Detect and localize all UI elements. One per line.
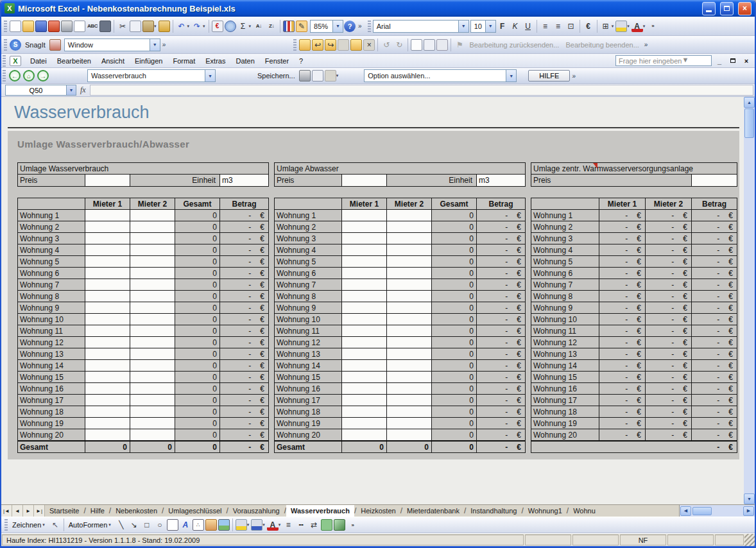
table-cell[interactable]: 0 — [432, 221, 477, 232]
permission-icon[interactable] — [48, 21, 60, 32]
row-label-cell[interactable]: Wohnung 3 — [531, 233, 599, 244]
table-cell[interactable] — [387, 406, 432, 417]
new-icon[interactable] — [10, 21, 21, 32]
send-back-review-button[interactable]: Bearbeitung zurücksenden... — [466, 40, 562, 50]
table-cell[interactable]: 0 — [175, 429, 220, 440]
table-cell[interactable] — [85, 256, 130, 267]
formula-input[interactable] — [90, 85, 753, 96]
row-label-cell[interactable]: Wohnung 4 — [275, 244, 342, 255]
row-label-cell[interactable]: Wohnung 15 — [275, 372, 342, 382]
table-cell[interactable]: -€ — [599, 244, 646, 255]
total-label-cell[interactable]: Gesamt — [275, 441, 342, 452]
table-cell[interactable]: -€ — [220, 244, 268, 255]
table-cell[interactable]: -€ — [220, 314, 268, 325]
table-cell[interactable] — [342, 348, 387, 359]
table-cell[interactable]: -€ — [692, 383, 737, 394]
fill-color-icon[interactable] — [236, 519, 247, 531]
table-cell[interactable]: -€ — [220, 406, 268, 417]
table-cell[interactable] — [342, 302, 387, 313]
table-cell[interactable]: -€ — [692, 418, 737, 429]
table-cell[interactable]: -€ — [220, 372, 268, 382]
row-label-cell[interactable]: Wohnung 15 — [18, 372, 85, 382]
row-label-cell[interactable]: Wohnung 16 — [531, 383, 599, 394]
window-restore-button[interactable] — [727, 56, 739, 66]
column-header-cell[interactable]: Mieter 1 — [599, 198, 646, 209]
table-cell[interactable]: -€ — [646, 268, 692, 278]
table-cell[interactable] — [342, 314, 387, 325]
table-cell[interactable] — [130, 268, 175, 278]
row-label-cell[interactable]: Wohnung 3 — [18, 233, 85, 244]
row-label-cell[interactable]: Wohnung 14 — [275, 360, 342, 371]
column-header-cell[interactable]: Mieter 2 — [130, 198, 175, 209]
table-cell[interactable]: -€ — [599, 279, 646, 290]
table-cell[interactable]: -€ — [646, 348, 692, 359]
table-cell[interactable] — [85, 325, 130, 336]
table-cell[interactable]: 0 — [175, 233, 220, 244]
tab-next-button[interactable]: ► — [23, 505, 34, 517]
open-icon[interactable] — [22, 21, 34, 32]
table-cell[interactable]: -€ — [646, 279, 692, 290]
line-icon[interactable]: ╲ — [116, 519, 127, 531]
table-cell[interactable]: -€ — [477, 429, 525, 440]
table-cell[interactable]: 0 — [432, 360, 477, 371]
window-minimize-button[interactable]: _ — [714, 56, 725, 66]
table-cell[interactable]: 0 — [432, 210, 477, 221]
table-cell[interactable]: 0 — [432, 395, 477, 406]
table-cell[interactable] — [85, 233, 130, 244]
row-label-cell[interactable]: Wohnung 20 — [531, 429, 599, 440]
horizontal-scrollbar-thumb[interactable] — [692, 507, 712, 515]
table-cell[interactable]: -€ — [220, 302, 268, 313]
table-cell[interactable]: 0 — [175, 256, 220, 267]
table-cell[interactable] — [85, 429, 130, 440]
table-cell[interactable] — [387, 337, 432, 348]
table-cell[interactable]: -€ — [646, 360, 692, 371]
table-cell[interactable] — [342, 383, 387, 394]
row-label-cell[interactable]: Wohnung 12 — [531, 337, 599, 348]
table-cell[interactable]: 0 — [175, 337, 220, 348]
row-label-cell[interactable]: Wohnung 7 — [275, 279, 342, 290]
row-label-cell[interactable]: Wohnung 18 — [531, 406, 599, 417]
folder-back-icon[interactable]: ↩ — [312, 39, 323, 51]
row-label-cell[interactable]: Wohnung 19 — [531, 418, 599, 429]
hilfe-button[interactable]: HILFE — [528, 70, 570, 81]
table-cell[interactable]: -€ — [220, 395, 268, 406]
table-cell[interactable]: -€ — [477, 210, 525, 221]
paste-icon-dropdown[interactable]: ▾ — [154, 24, 157, 29]
merge-center-icon[interactable]: ⊡ — [565, 21, 577, 32]
table-cell[interactable]: -€ — [477, 314, 525, 325]
help-icon[interactable]: ? — [344, 21, 356, 32]
table-cell[interactable]: -€ — [692, 279, 737, 290]
menu-item-fenster[interactable]: Fenster — [260, 55, 294, 67]
row-label-cell[interactable]: Wohnung 11 — [18, 325, 85, 336]
paste-dropdown[interactable]: ▾ — [336, 73, 339, 78]
sheet-tab-hilfe[interactable]: Hilfe — [86, 505, 109, 517]
table-cell[interactable]: -€ — [477, 325, 525, 336]
textbox-icon[interactable] — [167, 519, 178, 531]
table-cell[interactable]: -€ — [477, 395, 525, 406]
row-label-cell[interactable]: Wohnung 3 — [275, 233, 342, 244]
table-cell[interactable] — [342, 429, 387, 440]
table-cell[interactable] — [342, 360, 387, 371]
table-cell[interactable]: 0 — [175, 210, 220, 221]
snagit-capture-button[interactable] — [49, 39, 61, 51]
row-label-cell[interactable]: Wohnung 2 — [18, 221, 85, 232]
table-cell[interactable] — [387, 244, 432, 255]
table-cell[interactable]: 0 — [432, 383, 477, 394]
toolbar-options-icon[interactable]: » — [358, 22, 362, 30]
table-cell[interactable] — [387, 302, 432, 313]
row-label-cell[interactable]: Wohnung 18 — [275, 406, 342, 417]
table-cell[interactable]: -€ — [477, 302, 525, 313]
table-cell[interactable]: -€ — [220, 279, 268, 290]
preis-input-cell[interactable] — [85, 175, 130, 186]
row-label-cell[interactable]: Wohnung 1 — [275, 210, 342, 221]
table-cell[interactable]: 0 — [175, 325, 220, 336]
preis-label-cell[interactable]: Preis — [531, 175, 692, 186]
align-left-icon[interactable]: ≡ — [540, 21, 551, 32]
table-cell[interactable]: -€ — [692, 429, 737, 440]
menu-item-format[interactable]: Format — [168, 55, 200, 67]
table-cell[interactable]: -€ — [599, 406, 646, 417]
row-label-cell[interactable]: Wohnung 15 — [531, 372, 599, 382]
row-label-cell[interactable]: Wohnung 7 — [531, 279, 599, 290]
row-label-cell[interactable]: Wohnung 8 — [18, 291, 85, 302]
table-cell[interactable]: -€ — [692, 314, 737, 325]
